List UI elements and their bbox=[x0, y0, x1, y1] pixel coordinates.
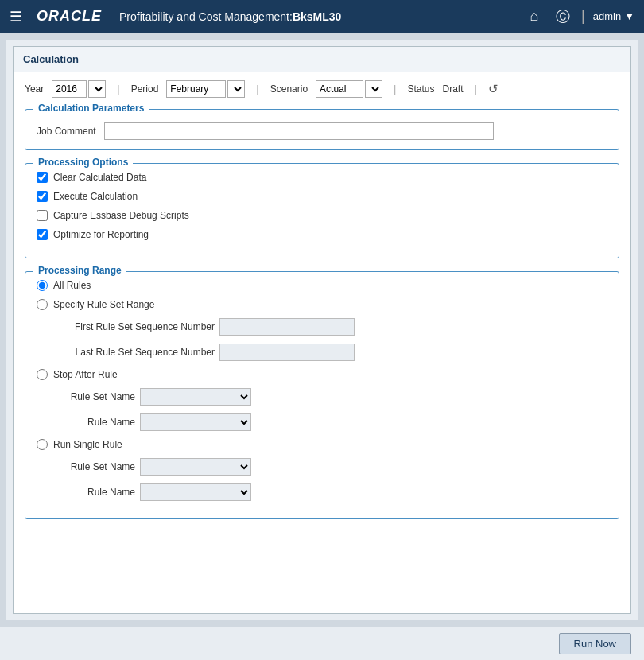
admin-chevron: ▼ bbox=[624, 10, 634, 22]
period-input[interactable] bbox=[166, 80, 226, 98]
app-title: Profitability and Cost Management:BksML3… bbox=[119, 10, 514, 23]
stop-after-label: Stop After Rule bbox=[53, 369, 118, 380]
panel-title: Calculation bbox=[23, 53, 79, 65]
checkbox-exec-calc: Execute Calculation bbox=[37, 191, 607, 202]
oracle-logo: ORACLE bbox=[37, 8, 102, 25]
exec-calc-checkbox[interactable] bbox=[37, 191, 48, 202]
scenario-select-wrap: Actual bbox=[316, 80, 382, 98]
main-content: Calculation Year 2016 | Period bbox=[6, 40, 638, 620]
first-seq-row: First Rule Set Sequence Number bbox=[56, 318, 607, 336]
home-icon[interactable]: ⌂ bbox=[524, 6, 545, 27]
stop-rule-select[interactable] bbox=[140, 413, 251, 431]
panel-header: Calculation bbox=[14, 47, 630, 72]
radio-stop-after: Stop After Rule bbox=[37, 369, 607, 380]
job-comment-input[interactable] bbox=[104, 122, 494, 140]
filter-divider-1: | bbox=[117, 83, 119, 95]
stop-ruleset-row: Rule Set Name bbox=[56, 388, 607, 406]
filter-row: Year 2016 | Period February bbox=[25, 80, 619, 98]
specify-range-label: Specify Rule Set Range bbox=[53, 299, 154, 310]
filter-divider-3: | bbox=[394, 83, 396, 95]
period-dropdown[interactable]: February bbox=[227, 80, 245, 98]
exec-calc-label: Execute Calculation bbox=[53, 191, 138, 202]
all-rules-label: All Rules bbox=[53, 280, 91, 291]
stop-ruleset-label: Rule Set Name bbox=[56, 391, 135, 402]
checkbox-optimize: Optimize for Reporting bbox=[37, 229, 607, 240]
radio-run-single: Run Single Rule bbox=[37, 439, 607, 450]
year-label: Year bbox=[25, 83, 44, 95]
single-rule-label: Rule Name bbox=[56, 487, 135, 498]
radio-all-rules: All Rules bbox=[37, 280, 607, 291]
optimize-label: Optimize for Reporting bbox=[53, 229, 149, 240]
clear-calc-label: Clear Calculated Data bbox=[53, 172, 146, 183]
menu-icon[interactable]: ☰ bbox=[10, 8, 22, 25]
last-seq-row: Last Rule Set Sequence Number bbox=[56, 344, 607, 361]
first-seq-input[interactable] bbox=[219, 318, 355, 336]
period-label: Period bbox=[131, 83, 159, 95]
capture-essbase-label: Capture Essbase Debug Scripts bbox=[53, 210, 189, 221]
year-dropdown[interactable]: 2016 bbox=[88, 80, 106, 98]
clear-calc-checkbox[interactable] bbox=[37, 172, 48, 183]
single-ruleset-row: Rule Set Name bbox=[56, 458, 607, 476]
processing-options-legend: Processing Options bbox=[33, 157, 133, 168]
panel-body: Year 2016 | Period February bbox=[14, 72, 630, 613]
refresh-icon[interactable]: ↺ bbox=[488, 82, 499, 96]
status-label: Status bbox=[407, 83, 434, 95]
run-single-label: Run Single Rule bbox=[53, 439, 122, 450]
processing-range-section: Processing Range All Rules Specify Rule … bbox=[25, 271, 619, 519]
stop-rule-row: Rule Name bbox=[56, 413, 607, 431]
optimize-checkbox[interactable] bbox=[37, 229, 48, 240]
job-comment-label: Job Comment bbox=[37, 126, 96, 137]
single-ruleset-label: Rule Set Name bbox=[56, 461, 135, 472]
page-panel: Calculation Year 2016 | Period bbox=[13, 46, 631, 614]
filter-divider-4: | bbox=[475, 83, 477, 95]
run-single-radio[interactable] bbox=[37, 439, 48, 450]
year-select-wrap: 2016 bbox=[52, 80, 106, 98]
scenario-input[interactable] bbox=[316, 80, 363, 98]
checkbox-capture-essbase: Capture Essbase Debug Scripts bbox=[37, 210, 607, 221]
processing-options-section: Processing Options Clear Calculated Data… bbox=[25, 163, 619, 258]
stop-rule-label: Rule Name bbox=[56, 417, 135, 428]
period-select-wrap: February bbox=[166, 80, 245, 98]
topbar: ☰ ORACLE Profitability and Cost Manageme… bbox=[0, 0, 644, 33]
last-seq-input[interactable] bbox=[219, 344, 355, 361]
first-seq-label: First Rule Set Sequence Number bbox=[56, 321, 215, 332]
radio-specify-range: Specify Rule Set Range bbox=[37, 299, 607, 310]
scenario-label: Scenario bbox=[270, 83, 308, 95]
checkbox-clear-calc: Clear Calculated Data bbox=[37, 172, 607, 183]
specify-range-radio[interactable] bbox=[37, 299, 48, 310]
stop-after-radio[interactable] bbox=[37, 369, 48, 380]
single-rule-select[interactable] bbox=[140, 483, 251, 501]
topbar-icons: ⌂ Ⓒ | admin ▼ bbox=[524, 6, 634, 27]
single-ruleset-select[interactable] bbox=[140, 458, 251, 476]
bottom-bar: Run Now bbox=[0, 627, 644, 660]
scenario-dropdown[interactable]: Actual bbox=[365, 80, 382, 98]
year-input[interactable] bbox=[52, 80, 87, 98]
stop-ruleset-select[interactable] bbox=[140, 388, 251, 406]
processing-range-legend: Processing Range bbox=[33, 265, 126, 276]
filter-divider-2: | bbox=[256, 83, 258, 95]
all-rules-radio[interactable] bbox=[37, 280, 48, 291]
capture-essbase-checkbox[interactable] bbox=[37, 210, 48, 221]
last-seq-label: Last Rule Set Sequence Number bbox=[56, 347, 215, 358]
job-comment-row: Job Comment bbox=[37, 122, 607, 140]
calc-params-legend: Calculation Parameters bbox=[33, 103, 149, 114]
topbar-divider: | bbox=[581, 8, 585, 25]
single-rule-row: Rule Name bbox=[56, 483, 607, 501]
run-now-button[interactable]: Run Now bbox=[559, 633, 631, 654]
status-value: Draft bbox=[443, 83, 464, 95]
info-icon[interactable]: Ⓒ bbox=[553, 6, 573, 27]
calc-params-section: Calculation Parameters Job Comment bbox=[25, 109, 619, 150]
admin-menu[interactable]: admin ▼ bbox=[593, 10, 634, 22]
